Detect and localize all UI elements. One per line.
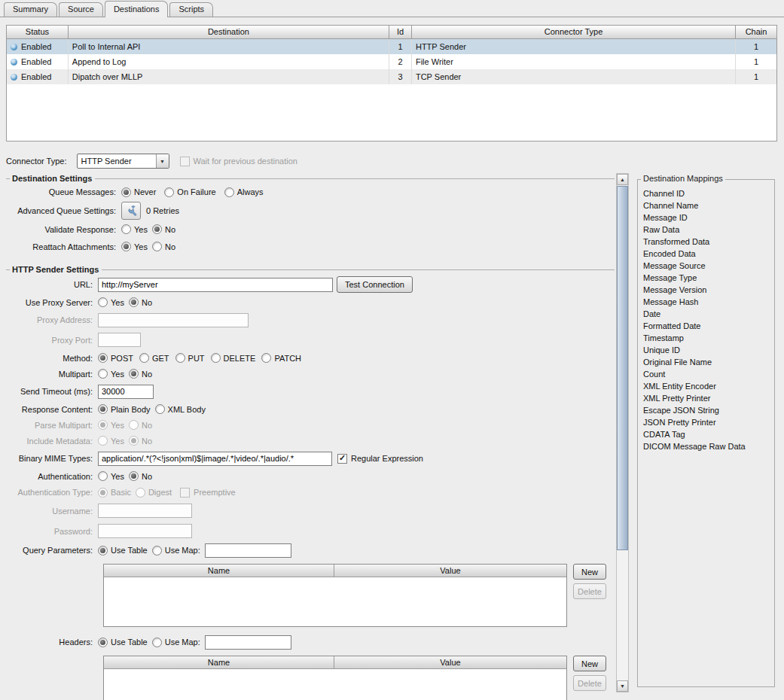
headers-map-input[interactable] xyxy=(205,635,291,650)
proxy-no-radio[interactable] xyxy=(129,297,139,307)
headers-delete-button[interactable]: Delete xyxy=(573,675,606,691)
mapping-item[interactable]: Escape JSON String xyxy=(643,404,769,416)
table-row[interactable]: Enabled Poll to Internal API 1 HTTP Send… xyxy=(7,39,776,54)
send-timeout-input[interactable] xyxy=(98,385,154,399)
mapping-item[interactable]: Formatted Date xyxy=(643,320,769,332)
col-header-chain[interactable]: Chain xyxy=(736,26,776,39)
scroll-down-arrow-icon[interactable]: ▼ xyxy=(617,680,628,692)
method-get-radio[interactable] xyxy=(139,353,149,363)
mapping-item[interactable]: XML Pretty Printer xyxy=(643,392,769,404)
col-header-connector-type[interactable]: Connector Type xyxy=(412,26,736,39)
table-row[interactable]: Enabled Dipatch over MLLP 3 TCP Sender 1 xyxy=(7,69,776,84)
method-delete-radio[interactable] xyxy=(211,353,221,363)
wait-previous-checkbox[interactable] xyxy=(180,157,190,166)
validate-no-radio[interactable] xyxy=(152,224,162,234)
username-input[interactable] xyxy=(98,504,192,518)
qp-use-map-label: Use Map: xyxy=(165,546,200,555)
method-put-radio[interactable] xyxy=(175,353,185,363)
qp-use-table-radio[interactable] xyxy=(98,546,108,555)
method-patch-radio[interactable] xyxy=(261,353,271,363)
tab-summary[interactable]: Summary xyxy=(4,2,57,17)
mapping-item[interactable]: Original File Name xyxy=(643,356,769,368)
auth-no-radio[interactable] xyxy=(129,471,139,481)
parse-multipart-yes-label: Yes xyxy=(111,421,124,430)
qp-col-value[interactable]: Value xyxy=(334,565,566,577)
scrollbar-thumb[interactable] xyxy=(617,186,628,550)
qp-map-input[interactable] xyxy=(205,543,291,558)
url-input[interactable] xyxy=(98,278,333,292)
mapping-item[interactable]: Encoded Data xyxy=(643,248,769,260)
mapping-item[interactable]: Timestamp xyxy=(643,332,769,344)
headers-col-value[interactable]: Value xyxy=(334,656,566,669)
mapping-item[interactable]: JSON Pretty Printer xyxy=(643,416,769,428)
query-parameters-table: Name Value xyxy=(103,564,567,627)
mapping-item[interactable]: Unique ID xyxy=(643,344,769,356)
mapping-item[interactable]: Message Version xyxy=(643,284,769,296)
use-proxy-row: Use Proxy Server: Yes No xyxy=(6,294,615,310)
reattach-row: Reattach Attachments: Yes No xyxy=(6,238,615,255)
validate-yes-radio[interactable] xyxy=(121,224,131,234)
mapping-item[interactable]: Message Hash xyxy=(643,296,769,308)
tab-source[interactable]: Source xyxy=(59,2,103,17)
mapping-item[interactable]: CDATA Tag xyxy=(643,428,769,440)
mapping-item[interactable]: Message Type xyxy=(643,272,769,284)
multipart-no-radio[interactable] xyxy=(129,369,139,379)
headers-new-button[interactable]: New xyxy=(573,656,606,671)
method-post-radio[interactable] xyxy=(98,353,108,363)
password-input[interactable] xyxy=(98,524,192,538)
proxy-port-input[interactable] xyxy=(98,333,141,347)
proxy-address-input[interactable] xyxy=(98,313,249,327)
include-metadata-yes-radio[interactable] xyxy=(98,436,108,446)
mapping-item[interactable]: DICOM Message Raw Data xyxy=(643,440,769,452)
mapping-item[interactable]: Channel ID xyxy=(643,187,769,199)
test-connection-button[interactable]: Test Connection xyxy=(337,276,413,293)
auth-yes-radio[interactable] xyxy=(98,471,108,481)
qp-use-map-radio[interactable] xyxy=(152,546,162,555)
qp-new-button[interactable]: New xyxy=(573,564,606,580)
auth-basic-radio[interactable] xyxy=(98,488,108,498)
advanced-queue-settings-button[interactable] xyxy=(121,202,141,220)
queue-on-failure-radio[interactable] xyxy=(164,187,174,197)
headers-col-name[interactable]: Name xyxy=(104,656,334,669)
auth-digest-radio[interactable] xyxy=(136,488,145,498)
table-row[interactable]: Enabled Append to Log 2 File Writer 1 xyxy=(7,54,776,69)
plain-body-radio[interactable] xyxy=(98,404,108,414)
col-header-status[interactable]: Status xyxy=(7,26,69,39)
binary-mime-input[interactable] xyxy=(98,452,332,466)
scroll-up-arrow-icon[interactable]: ▲ xyxy=(617,174,628,185)
proxy-address-row: Proxy Address: xyxy=(6,310,615,330)
mapping-item[interactable]: Channel Name xyxy=(643,199,769,212)
xml-body-radio[interactable] xyxy=(155,404,165,414)
include-metadata-no-radio[interactable] xyxy=(129,436,139,446)
col-header-destination[interactable]: Destination xyxy=(69,26,389,39)
vertical-scrollbar[interactable]: ▲ ▼ xyxy=(616,173,629,692)
queue-always-radio[interactable] xyxy=(224,187,234,197)
mapping-item[interactable]: Transformed Data xyxy=(643,236,769,248)
mapping-item[interactable]: XML Entity Encoder xyxy=(643,380,769,392)
headers-use-table-label: Use Table xyxy=(111,638,148,647)
reattach-yes-radio[interactable] xyxy=(121,242,131,251)
mapping-item[interactable]: Date xyxy=(643,308,769,320)
parse-multipart-yes-radio[interactable] xyxy=(98,420,108,430)
mapping-item[interactable]: Message Source xyxy=(643,260,769,272)
queue-never-radio[interactable] xyxy=(121,187,131,197)
headers-use-table-radio[interactable] xyxy=(98,638,108,647)
col-header-id[interactable]: Id xyxy=(389,26,412,39)
regular-expression-checkbox[interactable] xyxy=(337,454,347,464)
mapping-item[interactable]: Count xyxy=(643,368,769,380)
proxy-yes-radio[interactable] xyxy=(98,297,108,307)
reattach-no-radio[interactable] xyxy=(152,242,162,251)
headers-use-map-radio[interactable] xyxy=(152,638,162,647)
multipart-yes-radio[interactable] xyxy=(98,369,108,379)
preemptive-checkbox[interactable] xyxy=(180,488,190,498)
mapping-item[interactable]: Message ID xyxy=(643,212,769,224)
tab-destinations[interactable]: Destinations xyxy=(105,1,169,17)
connector-type-dropdown[interactable]: HTTP Sender ▼ xyxy=(77,154,169,169)
status-cell: Enabled xyxy=(7,54,69,69)
qp-delete-button[interactable]: Delete xyxy=(573,583,606,599)
qp-col-name[interactable]: Name xyxy=(104,565,334,577)
tab-scripts[interactable]: Scripts xyxy=(169,2,213,17)
parse-multipart-no-radio[interactable] xyxy=(129,420,139,430)
mapping-item[interactable]: Raw Data xyxy=(643,224,769,236)
preemptive-label: Preemptive xyxy=(194,488,236,497)
